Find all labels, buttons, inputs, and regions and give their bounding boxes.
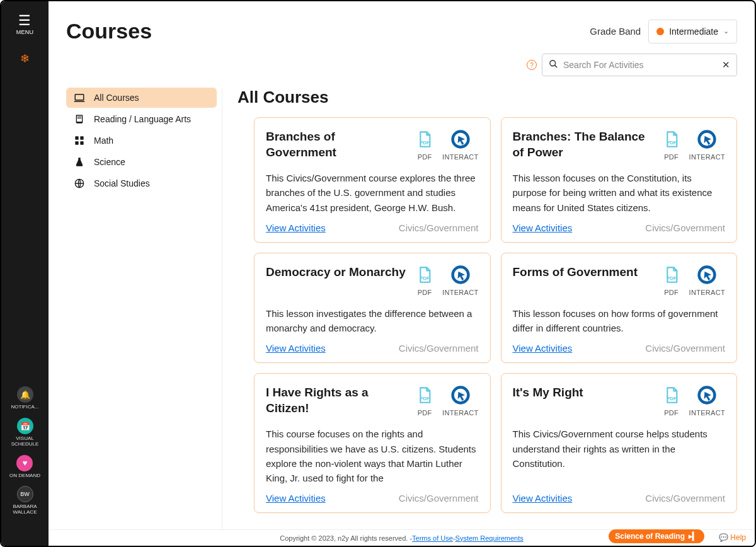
pdf-icon: PDF (662, 129, 682, 149)
pdf-icon: PDF (662, 265, 682, 285)
interact-action-label: INTERACT (689, 289, 725, 296)
interact-action[interactable]: INTERACT (689, 265, 725, 296)
view-activities-link[interactable]: View Activities (266, 343, 326, 354)
interact-icon (697, 129, 717, 149)
help-icon[interactable]: ? (527, 60, 537, 70)
category-social[interactable]: Social Studies (66, 173, 217, 193)
interact-action-label: INTERACT (689, 153, 725, 161)
category-label: Science (94, 157, 125, 167)
pdf-icon: PDF (415, 265, 435, 285)
science-of-reading-pill[interactable]: Science of Reading ▸▎ (609, 529, 704, 543)
rail-visual-schedule[interactable]: 📅 VISUAL SCHEDULE (6, 418, 44, 447)
course-title: I Have Rights as a Citizen! (266, 385, 407, 416)
category-label: Reading / Language Arts (94, 114, 191, 124)
view-activities-link[interactable]: View Activities (513, 222, 573, 233)
category-label: Math (94, 135, 113, 146)
footer-terms-link[interactable]: Terms of Use (412, 534, 453, 542)
interact-icon (697, 265, 717, 285)
rail-on-demand[interactable]: ♥ ON DEMAND (9, 455, 40, 479)
pdf-action[interactable]: PDFPDF (662, 385, 682, 417)
course-tag: Civics/Government (645, 343, 725, 354)
rail-user-name: BARBARA WALLACE (6, 504, 44, 515)
menu-button[interactable]: ☰ MENU (11, 9, 39, 40)
course-card: Forms of GovernmentPDFPDFINTERACTThis le… (501, 253, 738, 364)
pill-label: Science of Reading (615, 532, 685, 541)
help-link[interactable]: 💬 Help (719, 533, 746, 542)
view-activities-link[interactable]: View Activities (513, 493, 573, 504)
category-label: Social Studies (94, 178, 150, 188)
svg-point-0 (550, 60, 556, 66)
pdf-action[interactable]: PDFPDF (662, 265, 682, 296)
course-description: This lesson focuses on how forms of gove… (513, 306, 726, 336)
pdf-action-label: PDF (664, 153, 679, 161)
course-description: This lesson investigates the difference … (266, 306, 479, 336)
svg-text:PDF: PDF (420, 140, 430, 146)
search-input[interactable] (563, 60, 717, 70)
search-box: ✕ (542, 54, 737, 76)
category-reading[interactable]: Reading / Language Arts (66, 109, 217, 129)
pdf-icon: PDF (415, 385, 435, 405)
course-tag: Civics/Government (645, 493, 725, 504)
pdf-icon: PDF (415, 129, 435, 149)
clear-search-icon[interactable]: ✕ (722, 59, 730, 71)
category-science[interactable]: Science (66, 152, 217, 172)
category-all[interactable]: All Courses (66, 88, 217, 108)
flask-icon (74, 157, 85, 167)
interact-icon (450, 385, 471, 405)
pdf-action[interactable]: PDFPDF (415, 265, 435, 296)
svg-rect-7 (80, 136, 83, 139)
view-activities-link[interactable]: View Activities (266, 493, 326, 504)
grade-band-select[interactable]: Intermediate ⌄ (648, 20, 737, 43)
hamburger-icon: ☰ (16, 14, 34, 28)
category-math[interactable]: Math (66, 130, 217, 151)
globe-icon (74, 178, 85, 188)
left-nav-rail: ☰ MENU ❄ 🔔 NOTIFICA... 📅 VISUAL SCHEDULE… (1, 1, 49, 546)
pdf-icon: PDF (662, 385, 682, 405)
rail-notifications[interactable]: 🔔 NOTIFICA... (11, 386, 39, 410)
svg-rect-5 (77, 118, 82, 118)
course-card: I Have Rights as a Citizen!PDFPDFINTERAC… (254, 373, 491, 513)
pdf-action[interactable]: PDFPDF (415, 385, 435, 417)
svg-text:PDF: PDF (667, 396, 676, 402)
course-description: This lesson focuses on the Constitution,… (513, 171, 726, 215)
pdf-action-label: PDF (418, 153, 432, 161)
course-title: Branches: The Balance of Power (513, 129, 654, 160)
app-logo-icon[interactable]: ❄ (18, 49, 32, 68)
help-label: Help (730, 533, 746, 542)
svg-rect-4 (77, 117, 82, 117)
course-tag: Civics/Government (399, 493, 479, 504)
course-card: It's My RightPDFPDFINTERACTThis Civics/G… (501, 373, 738, 513)
play-icon: ▸▎ (689, 532, 698, 541)
svg-rect-6 (75, 136, 78, 139)
course-title: Forms of Government (513, 265, 638, 280)
course-description: This Civics/Government course helps stud… (513, 427, 726, 471)
interact-icon (450, 129, 471, 149)
course-description: This Civics/Government course explores t… (266, 171, 479, 215)
footer-sysreq-link[interactable]: System Requirements (455, 534, 524, 542)
course-title: Branches of Government (266, 129, 407, 160)
interact-action[interactable]: INTERACT (689, 129, 725, 161)
interact-icon (450, 265, 471, 285)
view-activities-link[interactable]: View Activities (266, 222, 326, 233)
interact-action[interactable]: INTERACT (442, 265, 478, 296)
svg-text:PDF: PDF (420, 396, 430, 402)
course-title: Democracy or Monarchy (266, 265, 406, 280)
pdf-action-label: PDF (664, 289, 679, 296)
book-icon (74, 114, 85, 124)
view-activities-link[interactable]: View Activities (513, 343, 573, 354)
interact-action[interactable]: INTERACT (442, 129, 478, 161)
interact-action-label: INTERACT (689, 409, 725, 417)
menu-label: MENU (16, 29, 34, 35)
laptop-icon (74, 93, 85, 102)
interact-action[interactable]: INTERACT (442, 385, 478, 417)
avatar: BW (17, 486, 33, 502)
rail-user[interactable]: BW BARBARA WALLACE (6, 486, 44, 515)
pdf-action-label: PDF (418, 289, 432, 296)
interact-action[interactable]: INTERACT (689, 385, 725, 417)
pdf-action[interactable]: PDFPDF (415, 129, 435, 161)
grade-selected-value: Intermediate (669, 26, 718, 37)
heart-icon: ♥ (16, 455, 33, 471)
pdf-action-label: PDF (664, 409, 679, 417)
pdf-action[interactable]: PDFPDF (662, 129, 682, 161)
svg-rect-9 (80, 141, 83, 144)
